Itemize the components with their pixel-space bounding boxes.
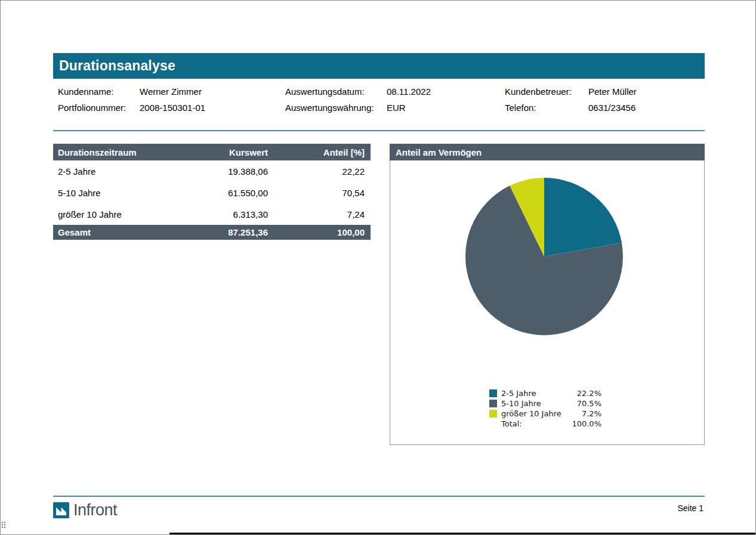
duration-table: Durationszeitraum Kurswert Anteil [%] 2-… [53, 144, 371, 240]
total-label: Gesamt [53, 225, 196, 240]
report-title-bar: Durationsanalyse [53, 53, 705, 79]
legend-value: 22.2% [570, 389, 601, 398]
pie-chart [464, 176, 625, 337]
divider-top [53, 130, 705, 131]
legend-swatch-spacer [489, 420, 497, 428]
meta-value-auswertungswaehrung: EUR [387, 103, 505, 113]
meta-value-kundenname: Werner Zimmer [140, 86, 285, 97]
meta-label-kundenname: Kundenname: [58, 86, 140, 97]
legend-swatch-slate [489, 400, 497, 407]
legend-swatch-yellow [489, 410, 497, 418]
meta-value-portfolionummer: 2008-150301-01 [140, 103, 285, 113]
legend-total-row: Total: 100.0% [489, 419, 601, 429]
col-header-durationszeitraum: Durationszeitraum [53, 144, 196, 160]
legend-label: 5-10 Jahre [501, 399, 570, 408]
chart-legend: 2-5 Jahre 22.2% 5-10 Jahre 70.5% größer … [489, 388, 601, 429]
brand-name: Infront [73, 501, 117, 519]
col-header-kurswert: Kurswert [196, 144, 274, 160]
legend-value: 70.5% [570, 399, 601, 408]
table-row: 5-10 Jahre 61.550,00 70,54 [53, 182, 371, 203]
meta-label-auswertungswaehrung: Auswertungswährung: [285, 103, 387, 113]
legend-label: größer 10 Jahre [501, 409, 570, 418]
page-number: Seite 1 [677, 503, 703, 513]
report-page: Durationsanalyse Kundenname: Werner Zimm… [0, 0, 756, 535]
legend-value: 7.2% [570, 409, 601, 418]
infront-logo-icon [53, 502, 69, 518]
col-header-anteil: Anteil [%] [274, 144, 371, 160]
meta-value-telefon: 0631/23456 [588, 103, 705, 113]
cell-label: 2-5 Jahre [53, 160, 196, 182]
meta-label-portfolionummer: Portfolionummer: [58, 103, 140, 113]
chart-panel: Anteil am Vermögen 2-5 Jahre 22.2% 5-10 … [390, 144, 705, 445]
cell-anteil: 22,22 [274, 160, 371, 182]
meta-label-telefon: Telefon: [505, 103, 588, 113]
legend-item: größer 10 Jahre 7.2% [489, 409, 601, 419]
brand-logo: Infront [53, 501, 117, 519]
chart-panel-header: Anteil am Vermögen [390, 144, 705, 160]
window-bottom-edge [169, 533, 755, 534]
legend-total-value: 100.0% [570, 419, 601, 428]
divider-bottom [53, 496, 705, 497]
duration-table-section: Durationszeitraum Kurswert Anteil [%] 2-… [53, 144, 371, 240]
legend-label: 2-5 Jahre [501, 389, 570, 398]
legend-item: 5-10 Jahre 70.5% [489, 398, 601, 409]
table-total-row: Gesamt 87.251,36 100,00 [53, 225, 371, 240]
legend-swatch-teal [489, 389, 497, 397]
chart-panel-title: Anteil am Vermögen [396, 147, 482, 157]
meta-label-auswertungsdatum: Auswertungsdatum: [285, 86, 387, 97]
pie-slice-0 [544, 178, 622, 256]
total-kurswert: 87.251,36 [196, 225, 274, 240]
legend-item: 2-5 Jahre 22.2% [489, 388, 601, 398]
meta-value-auswertungsdatum: 08.11.2022 [387, 86, 505, 97]
legend-total-label: Total: [501, 419, 570, 428]
total-anteil: 100,00 [274, 225, 371, 240]
chart-panel-body: 2-5 Jahre 22.2% 5-10 Jahre 70.5% größer … [390, 160, 705, 445]
cell-anteil: 7,24 [274, 203, 371, 225]
cell-label: größer 10 Jahre [53, 203, 196, 225]
table-row: 2-5 Jahre 19.388,06 22,22 [53, 160, 371, 182]
report-meta: Kundenname: Werner Zimmer Auswertungsdat… [53, 84, 705, 116]
cell-kurswert: 6.313,30 [196, 203, 274, 225]
corner-dots-artifact [2, 522, 7, 528]
meta-label-kundenbetreuer: Kundenbetreuer: [505, 86, 588, 97]
table-header-row: Durationszeitraum Kurswert Anteil [%] [53, 144, 371, 160]
cell-kurswert: 19.388,06 [196, 160, 274, 182]
cell-kurswert: 61.550,00 [196, 182, 274, 203]
page-title: Durationsanalyse [59, 58, 175, 74]
meta-value-kundenbetreuer: Peter Müller [588, 86, 705, 97]
table-row: größer 10 Jahre 6.313,30 7,24 [53, 203, 371, 225]
cell-anteil: 70,54 [274, 182, 371, 203]
cell-label: 5-10 Jahre [53, 182, 196, 203]
